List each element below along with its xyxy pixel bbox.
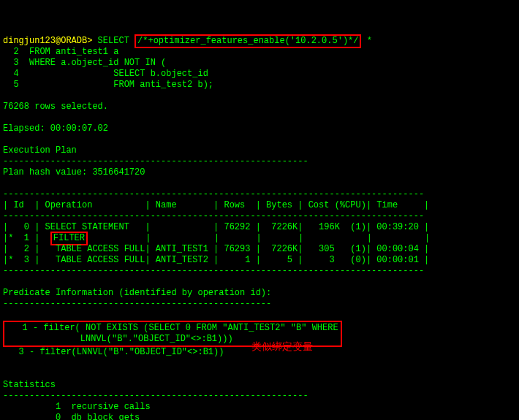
plan-row-2: | 2 | TABLE ACCESS FULL| ANTI_TEST1 | 76… [3,244,429,254]
divider: ----------------------------------------… [3,189,424,199]
plan-row-1-post: | | | | | | [88,233,430,243]
predicate-line-3: 3 - filter(LNNVL("B"."OBJECT_ID"<>:B1)) [3,347,224,357]
elapsed-time: Elapsed: 00:00:07.02 [3,123,108,134]
divider: ----------------------------------------… [3,211,424,221]
execution-plan-header: Execution Plan [3,145,77,156]
sql-line-4: 4 SELECT b.object_id [3,69,208,79]
rows-selected: 76268 rows selected. [3,102,108,112]
terminal-output: dingjun123@ORADB> SELECT /*+optimizer_fe… [3,36,516,420]
statistics-header: Statistics [3,380,56,390]
stat-db-block-gets: 0 db block gets [3,413,140,420]
plan-hash: Plan hash value: 3516641720 [3,167,145,177]
sql-tail: * [361,36,371,46]
predicate-line-1: 1 - filter( NOT EXISTS (SELECT 0 FROM "A… [7,323,338,333]
sql-select: SELECT [92,36,135,46]
sql-line-2: 2 FROM anti_test1 a [3,47,118,57]
predicate-line-2: LNNVL("B"."OBJECT_ID"<>:B1))) [7,334,233,344]
plan-table-header: | Id | Operation | Name | Rows | Bytes |… [3,200,429,210]
stat-recursive-calls: 1 recursive calls [3,402,151,412]
plan-row-0: | 0 | SELECT STATEMENT | | 76292 | 7226K… [3,222,429,232]
optimizer-hint-box: /*+optimizer_features_enable('10.2.0.5')… [135,34,361,48]
sql-line-5: 5 FROM anti_test2 b); [3,80,213,90]
prompt: dingjun123@ORADB> [3,36,92,46]
predicate-info-header: Predicate Information (identified by ope… [3,288,271,298]
divider: ----------------------------------------… [3,156,308,167]
sql-line-3: 3 WHERE a.object_id NOT IN ( [3,58,166,68]
divider: ----------------------------------------… [3,391,308,401]
plan-row-3: |* 3 | TABLE ACCESS FULL| ANTI_TEST2 | 1… [3,255,429,265]
divider: ----------------------------------------… [3,299,271,309]
divider: ----------------------------------------… [3,266,424,276]
plan-row-1-pre: |* 1 | [3,233,50,243]
annotation-text: 类似绑定变量 [251,341,313,352]
